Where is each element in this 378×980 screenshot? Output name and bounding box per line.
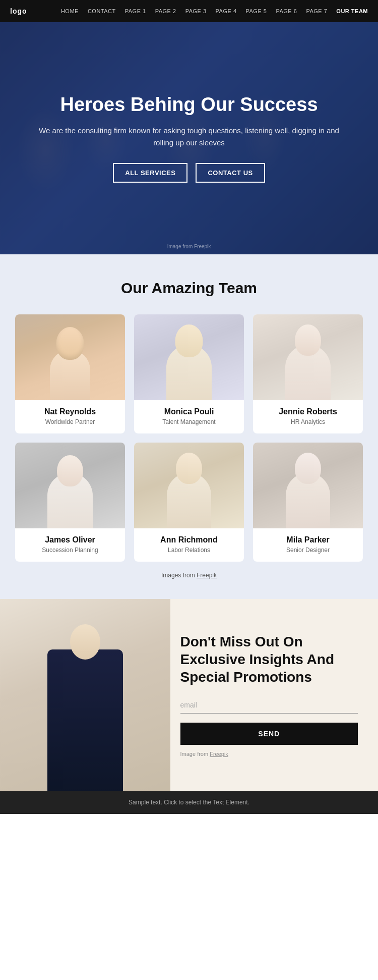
team-photo-james <box>15 443 125 528</box>
team-section-title: Our Amazing Team <box>15 280 363 297</box>
team-section: Our Amazing Team Nat Reynolds Worldwide … <box>0 254 378 599</box>
photo-james-image <box>15 443 125 528</box>
team-info-james: James Oliver Succession Planning <box>15 528 125 562</box>
team-grid: Nat Reynolds Worldwide Partner Monica Po… <box>15 314 363 562</box>
nav-our-team[interactable]: OUR TEAM <box>336 8 368 14</box>
nav-page6[interactable]: PAGE 6 <box>276 8 297 14</box>
team-name-nat: Nat Reynolds <box>21 407 119 416</box>
nav-page5[interactable]: PAGE 5 <box>246 8 267 14</box>
hero-buttons: ALL SERVICES CONTACT US <box>30 163 348 183</box>
photo-nat-image <box>15 314 125 400</box>
nav-home[interactable]: HOME <box>61 8 79 14</box>
nav-page1[interactable]: PAGE 1 <box>125 8 146 14</box>
team-role-jennie: HR Analytics <box>259 418 357 425</box>
team-info-monica: Monica Pouli Talent Management <box>134 400 244 433</box>
hero-title: Heroes Behing Our Success <box>30 94 348 116</box>
team-card-james: James Oliver Succession Planning <box>15 443 125 562</box>
team-role-ann: Labor Relations <box>140 547 238 554</box>
team-name-james: James Oliver <box>21 535 119 545</box>
team-photo-monica <box>134 314 244 400</box>
nav-links: HOME CONTACT PAGE 1 PAGE 2 PAGE 3 PAGE 4… <box>61 8 368 14</box>
team-card-nat: Nat Reynolds Worldwide Partner <box>15 314 125 433</box>
team-info-jennie: Jennie Roberts HR Analytics <box>253 400 363 433</box>
hero-subtitle: We are the consulting firm known for ask… <box>30 125 348 149</box>
team-freepik-link[interactable]: Freepik <box>197 572 217 579</box>
promo-person-figure <box>35 619 136 791</box>
promo-image-credit: Image from Freepik <box>180 751 358 757</box>
team-photo-ann <box>134 443 244 528</box>
team-role-james: Succession Planning <box>21 547 119 554</box>
photo-monica-image <box>134 314 244 400</box>
team-name-ann: Ann Richmond <box>140 535 238 545</box>
footer-text: Sample text. Click to select the Text El… <box>129 799 249 806</box>
promo-person-area <box>0 599 170 791</box>
team-name-mila: Mila Parker <box>259 535 357 545</box>
nav-page3[interactable]: PAGE 3 <box>185 8 207 14</box>
team-image-credit: Images from Freepik <box>15 572 363 579</box>
navbar: logo HOME CONTACT PAGE 1 PAGE 2 PAGE 3 P… <box>0 0 378 22</box>
team-card-ann: Ann Richmond Labor Relations <box>134 443 244 562</box>
team-card-mila: Mila Parker Senior Designer <box>253 443 363 562</box>
photo-jennie-image <box>253 314 363 400</box>
hero-image-credit: Image from Freepik <box>167 244 211 249</box>
team-name-monica: Monica Pouli <box>140 407 238 416</box>
team-role-nat: Worldwide Partner <box>21 418 119 425</box>
hero-content: Heroes Behing Our Success We are the con… <box>0 94 378 183</box>
nav-page2[interactable]: PAGE 2 <box>155 8 176 14</box>
team-info-ann: Ann Richmond Labor Relations <box>134 528 244 562</box>
promo-content: Don't Miss Out On Exclusive Insights And… <box>170 613 379 777</box>
promo-email-input[interactable] <box>180 697 358 714</box>
team-photo-nat <box>15 314 125 400</box>
team-photo-mila <box>253 443 363 528</box>
nav-contact[interactable]: CONTACT <box>88 8 116 14</box>
footer: Sample text. Click to select the Text El… <box>0 791 378 814</box>
team-role-monica: Talent Management <box>140 418 238 425</box>
promo-send-button[interactable]: SEND <box>180 723 358 745</box>
hero-section: Heroes Behing Our Success We are the con… <box>0 22 378 254</box>
promo-section: Don't Miss Out On Exclusive Insights And… <box>0 599 378 791</box>
team-photo-jennie <box>253 314 363 400</box>
team-role-mila: Senior Designer <box>259 547 357 554</box>
promo-title: Don't Miss Out On Exclusive Insights And… <box>180 633 358 686</box>
team-info-nat: Nat Reynolds Worldwide Partner <box>15 400 125 433</box>
team-info-mila: Mila Parker Senior Designer <box>253 528 363 562</box>
all-services-button[interactable]: ALL SERVICES <box>113 163 187 183</box>
nav-page7[interactable]: PAGE 7 <box>306 8 327 14</box>
team-card-jennie: Jennie Roberts HR Analytics <box>253 314 363 433</box>
team-card-monica: Monica Pouli Talent Management <box>134 314 244 433</box>
nav-page4[interactable]: PAGE 4 <box>216 8 237 14</box>
photo-mila-image <box>253 443 363 528</box>
photo-ann-image <box>134 443 244 528</box>
promo-freepik-link[interactable]: Freepik <box>210 751 228 757</box>
logo: logo <box>10 7 27 15</box>
team-name-jennie: Jennie Roberts <box>259 407 357 416</box>
contact-us-button[interactable]: CONTACT US <box>196 163 265 183</box>
